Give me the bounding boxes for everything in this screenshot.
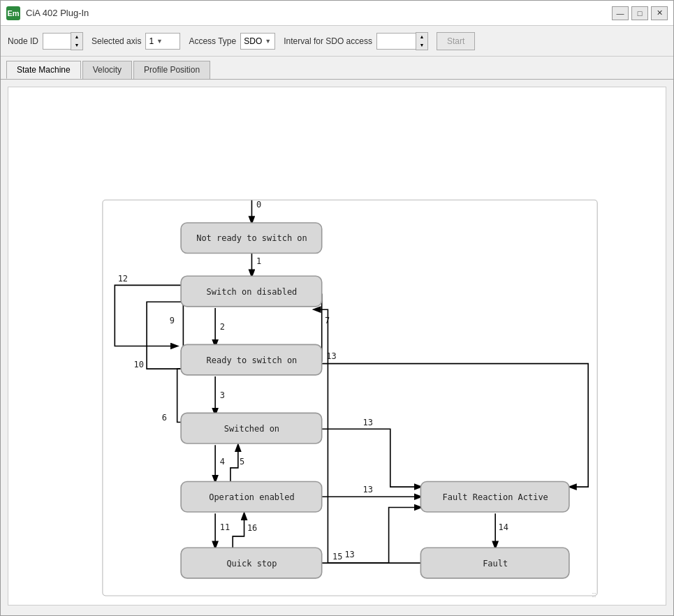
state-fault-label: Fault [483,559,508,569]
access-type-group: Access Type SDO ▼ [189,33,275,50]
main-window: Em CiA 402 Plug-In — □ ✕ Node ID 32 ▲ ▼ … [0,0,674,616]
interval-spinner-buttons: ▲ ▼ [416,32,428,50]
svg-text:16: 16 [247,523,257,533]
svg-text:13: 13 [363,418,373,427]
access-type-dropdown-arrow: ▼ [265,38,271,45]
interval-down[interactable]: ▼ [416,41,427,50]
svg-text:6: 6 [162,413,167,423]
diagram-svg: 0 1 12 2 9 10 3 [8,87,666,605]
svg-text:0: 0 [256,200,261,210]
state-not-ready-label: Not ready to switch on [196,233,307,243]
svg-text:1: 1 [256,256,261,266]
app-icon: Em [6,6,20,20]
toolbar: Node ID 32 ▲ ▼ Selected axis 1 ▼ Access … [1,26,673,57]
svg-text:2: 2 [220,322,225,332]
interval-group: Interval for SDO access 500 ms ▲ ▼ [284,32,428,50]
svg-text:5: 5 [240,457,244,467]
access-type-select[interactable]: SDO ▼ [240,33,275,50]
start-button[interactable]: Start [437,32,475,50]
maximize-button[interactable]: □ [631,6,648,20]
tab-profile-position[interactable]: Profile Position [133,61,210,79]
svg-text:9: 9 [170,316,175,325]
node-id-group: Node ID 32 ▲ ▼ [8,32,83,50]
tab-velocity[interactable]: Velocity [82,61,132,79]
svg-text:3: 3 [220,390,225,400]
interval-spinner[interactable]: 500 ms ▲ ▼ [376,32,428,50]
svg-text:10: 10 [134,360,144,369]
node-id-up[interactable]: ▲ [71,33,82,41]
interval-up[interactable]: ▲ [416,33,427,41]
node-id-down[interactable]: ▼ [71,41,82,50]
svg-text:4: 4 [220,457,225,467]
tab-state-machine[interactable]: State Machine [6,61,81,79]
axis-dropdown-arrow: ▼ [156,38,163,45]
state-fault-reaction-label: Fault Reaction Active [442,492,548,502]
state-operation-enabled-label: Operation enabled [209,492,295,502]
svg-text:11: 11 [220,522,230,532]
svg-text:13: 13 [344,550,354,559]
svg-text:15: 15 [332,552,342,562]
interval-input[interactable]: 500 ms [376,33,416,50]
selected-axis-group: Selected axis 1 ▼ [91,33,180,50]
title-bar: Em CiA 402 Plug-In — □ ✕ [1,1,673,26]
tabs-bar: State Machine Velocity Profile Position [1,57,673,80]
state-switched-on-label: Switched on [224,424,279,434]
state-quick-stop-label: Quick stop [226,559,277,569]
interval-label: Interval for SDO access [284,36,372,46]
node-id-spinner-buttons: ▲ ▼ [71,32,83,50]
access-type-label: Access Type [189,36,236,46]
node-id-label: Node ID [8,36,38,46]
main-content: 0 1 12 2 9 10 3 [1,80,673,615]
window-title: CiA 402 Plug-In [26,8,612,18]
svg-text:14: 14 [499,522,508,532]
minimize-button[interactable]: — [612,6,629,20]
node-id-spinner[interactable]: 32 ▲ ▼ [43,32,83,50]
state-switch-on-disabled-label: Switch on disabled [207,287,298,297]
svg-text:12: 12 [118,274,128,284]
close-button[interactable]: ✕ [651,6,668,20]
selected-axis-label: Selected axis [91,36,141,46]
state-machine-diagram: 0 1 12 2 9 10 3 [8,87,666,606]
svg-text:13: 13 [363,485,373,494]
svg-text:::: :: [592,590,596,599]
selected-axis-select[interactable]: 1 ▼ [145,33,180,50]
state-ready-to-switch-on-label: Ready to switch on [207,355,298,365]
node-id-input[interactable]: 32 [43,33,71,50]
window-controls: — □ ✕ [612,6,668,20]
